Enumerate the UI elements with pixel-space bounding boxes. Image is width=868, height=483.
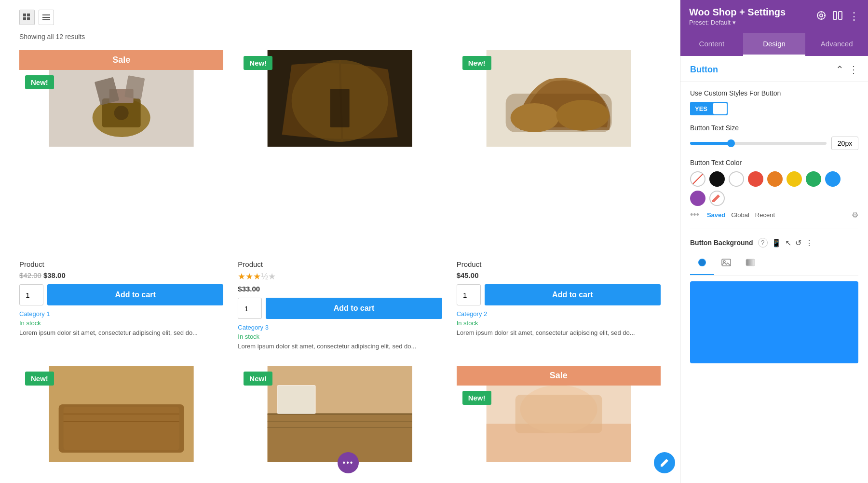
text-size-value[interactable] xyxy=(831,137,858,150)
color-tab-recent[interactable]: Recent xyxy=(755,211,775,219)
color-swatch-yellow[interactable] xyxy=(787,171,802,187)
section-more-icon[interactable]: ⋮ xyxy=(849,64,858,75)
add-to-cart-button[interactable]: Add to cart xyxy=(266,298,442,319)
svg-line-46 xyxy=(693,174,703,184)
color-tab-saved[interactable]: Saved xyxy=(707,211,725,219)
section-header: Button ⌃ ⋮ xyxy=(680,56,868,82)
grid-view-button[interactable] xyxy=(19,10,35,25)
color-swatch-black[interactable] xyxy=(709,171,725,187)
add-to-cart-row: Add to cart xyxy=(238,298,442,319)
panel-header-icons: ⋮ xyxy=(816,10,859,23)
product-price: $45.00 xyxy=(457,271,661,279)
svg-rect-6 xyxy=(42,19,50,20)
color-swatch-blue[interactable] xyxy=(825,171,841,187)
sale-banner: Sale xyxy=(19,50,223,70)
tab-design[interactable]: Design xyxy=(743,33,806,56)
toggle-row: YES xyxy=(690,102,858,115)
product-category[interactable]: Category 1 xyxy=(19,310,223,317)
quantity-input[interactable] xyxy=(238,298,262,319)
bg-label: Button Background xyxy=(690,239,753,247)
color-settings-icon[interactable]: ⚙ xyxy=(852,210,858,220)
svg-rect-44 xyxy=(833,12,837,19)
target-icon[interactable] xyxy=(816,10,827,23)
toggle-yes-label: YES xyxy=(690,103,712,115)
product-stock: In stock xyxy=(238,333,442,340)
bg-help-icon[interactable]: ? xyxy=(758,238,768,248)
quantity-input[interactable] xyxy=(457,284,481,305)
product-image-wrap: Sale New! xyxy=(457,366,661,483)
floating-edit-button[interactable] xyxy=(654,452,675,473)
bg-overflow-icon[interactable]: ⋮ xyxy=(805,238,813,248)
floating-dots-button[interactable]: ••• xyxy=(338,452,359,473)
panel-body: Button ⌃ ⋮ Use Custom Styles For Button … xyxy=(680,56,868,483)
tab-advanced[interactable]: Advanced xyxy=(805,33,868,56)
svg-point-38 xyxy=(817,12,825,19)
more-icon[interactable]: ⋮ xyxy=(849,10,859,23)
bg-tab-image[interactable] xyxy=(714,253,738,275)
price-old: $42.00 xyxy=(19,271,41,279)
product-description: Lorem ipsum dolor sit amet, consectetur … xyxy=(238,342,442,351)
price-new: $33.00 xyxy=(238,285,260,293)
svg-point-10 xyxy=(114,106,129,120)
toggle-handle xyxy=(713,103,727,114)
new-badge: New! xyxy=(462,56,491,70)
slider-fill xyxy=(690,142,731,145)
svg-rect-37 xyxy=(515,395,602,433)
tab-content[interactable]: Content xyxy=(680,33,743,56)
right-panel: Woo Shop + Settings Preset: Default ▾ xyxy=(680,0,868,483)
product-image-wrap: New! xyxy=(457,50,661,254)
custom-styles-label: Use Custom Styles For Button xyxy=(690,89,858,97)
products-grid: Sale New! Product $42.00$38.00 Add to ca… xyxy=(19,50,661,483)
color-swatch-purple[interactable] xyxy=(690,191,705,206)
product-description: Lorem ipsum dolor sit amet, consectetur … xyxy=(19,329,223,337)
results-count: Showing all 12 results xyxy=(19,33,661,41)
product-image-wrap: New! xyxy=(238,50,442,254)
product-price: $33.00 xyxy=(238,285,442,293)
color-tab-global[interactable]: Global xyxy=(731,211,749,219)
product-category[interactable]: Category 3 xyxy=(238,324,442,331)
text-size-slider-track[interactable] xyxy=(690,142,827,145)
color-swatch-orange[interactable] xyxy=(767,171,783,187)
product-title: Product xyxy=(238,260,442,268)
product-category[interactable]: Category 2 xyxy=(457,310,661,317)
product-card: New! Product ★★★½★ $33.00 Add to cart Ca… xyxy=(238,50,442,351)
svg-rect-3 xyxy=(27,17,30,20)
panel-subtitle: Preset: Default ▾ xyxy=(689,19,786,26)
color-swatch-edit[interactable] xyxy=(709,191,725,206)
product-stars: ★★★½★ xyxy=(238,271,442,282)
color-swatch-white[interactable] xyxy=(729,171,744,187)
bg-mobile-icon[interactable]: 📱 xyxy=(772,238,781,248)
bg-section-header: Button Background ? 📱 ↖ ↺ ⋮ xyxy=(690,238,858,248)
section-content: Use Custom Styles For Button YES Button … xyxy=(680,82,868,371)
columns-icon[interactable] xyxy=(832,10,843,23)
collapse-icon[interactable]: ⌃ xyxy=(836,64,844,75)
bg-undo-icon[interactable]: ↺ xyxy=(795,238,801,248)
product-image-wrap: New! xyxy=(19,366,223,483)
bg-tabs xyxy=(690,253,858,276)
color-tabs-more[interactable]: ••• xyxy=(690,210,699,220)
product-card: Sale New! xyxy=(457,366,661,483)
bg-tab-gradient[interactable] xyxy=(738,253,762,275)
color-swatch-green[interactable] xyxy=(806,171,821,187)
product-card: New! xyxy=(19,366,223,483)
add-to-cart-button[interactable]: Add to cart xyxy=(47,284,223,305)
new-badge: New! xyxy=(244,56,272,70)
slider-thumb[interactable] xyxy=(727,139,735,147)
svg-rect-33 xyxy=(278,386,315,413)
list-view-button[interactable] xyxy=(39,10,54,25)
add-to-cart-row: Add to cart xyxy=(457,284,661,305)
svg-rect-5 xyxy=(42,17,50,18)
sale-banner: Sale xyxy=(457,366,661,386)
product-stock: In stock xyxy=(457,319,661,327)
bg-cursor-icon[interactable]: ↖ xyxy=(785,238,791,248)
svg-rect-21 xyxy=(505,94,611,132)
quantity-input[interactable] xyxy=(19,284,43,305)
custom-styles-toggle[interactable]: YES xyxy=(690,102,728,115)
svg-rect-45 xyxy=(839,12,842,19)
color-swatch-transparent[interactable] xyxy=(690,171,705,187)
add-to-cart-button[interactable]: Add to cart xyxy=(485,284,661,305)
bg-tab-color[interactable] xyxy=(690,253,714,275)
color-swatch-red[interactable] xyxy=(748,171,763,187)
product-title: Product xyxy=(19,260,223,268)
svg-rect-50 xyxy=(746,259,755,266)
